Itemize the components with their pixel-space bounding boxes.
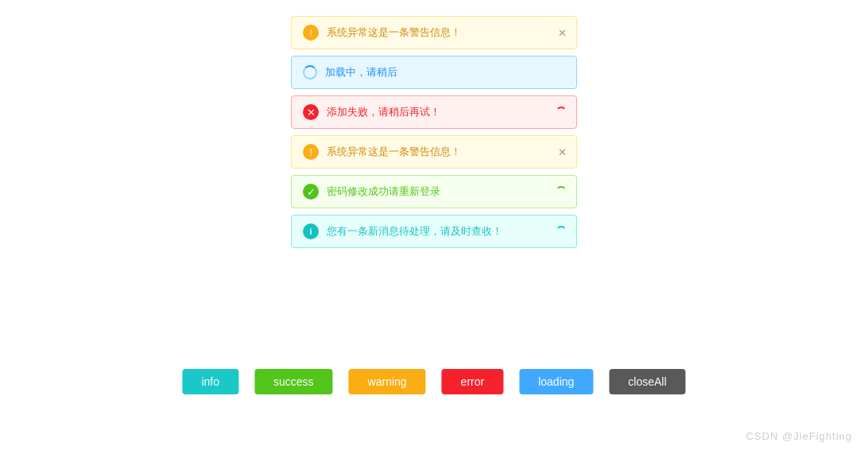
warning-icon: !	[303, 25, 319, 41]
error-icon: ✕	[303, 104, 319, 120]
notification-error: ✕ 添加失败，请稍后再试！	[291, 95, 577, 129]
spin-indicator	[556, 226, 567, 237]
notification-success: ✓ 密码修改成功请重新登录	[291, 175, 577, 208]
notification-text: 添加失败，请稍后再试！	[327, 105, 565, 119]
success-button[interactable]: success	[254, 369, 333, 394]
notification-text: 系统异常这是一条警告信息！	[327, 145, 565, 159]
notification-info: i 您有一条新消息待处理，请及时查收！	[291, 215, 577, 248]
close-button[interactable]: ✕	[558, 27, 567, 39]
info-icon: i	[303, 223, 319, 239]
closeall-button[interactable]: closeAll	[609, 369, 685, 394]
notification-loading: 加载中，请稍后	[291, 56, 577, 89]
warning-button[interactable]: warning	[349, 369, 426, 394]
error-button[interactable]: error	[442, 369, 504, 394]
loading-spinner	[303, 65, 317, 80]
buttons-area: info success warning error loading close…	[182, 369, 685, 394]
spin-indicator	[556, 107, 567, 118]
notification-text: 密码修改成功请重新登录	[327, 184, 565, 199]
warning-icon: !	[303, 144, 319, 160]
close-button[interactable]: ✕	[558, 146, 567, 158]
info-button[interactable]: info	[182, 369, 238, 394]
notification-warning-1: ! 系统异常这是一条警告信息！ ✕	[291, 16, 577, 49]
notification-warning-2: ! 系统异常这是一条警告信息！ ✕	[291, 135, 577, 169]
success-icon: ✓	[303, 184, 319, 200]
watermark: CSDN @JieFighting	[746, 430, 852, 442]
loading-button[interactable]: loading	[519, 369, 593, 394]
spin-indicator	[556, 186, 567, 197]
notification-text: 加载中，请稍后	[325, 65, 565, 80]
notifications-container: ! 系统异常这是一条警告信息！ ✕ 加载中，请稍后 ✕ 添加失败，请稍后再试！ …	[291, 16, 577, 248]
notification-text: 系统异常这是一条警告信息！	[327, 25, 565, 40]
notification-text: 您有一条新消息待处理，请及时查收！	[327, 224, 565, 239]
